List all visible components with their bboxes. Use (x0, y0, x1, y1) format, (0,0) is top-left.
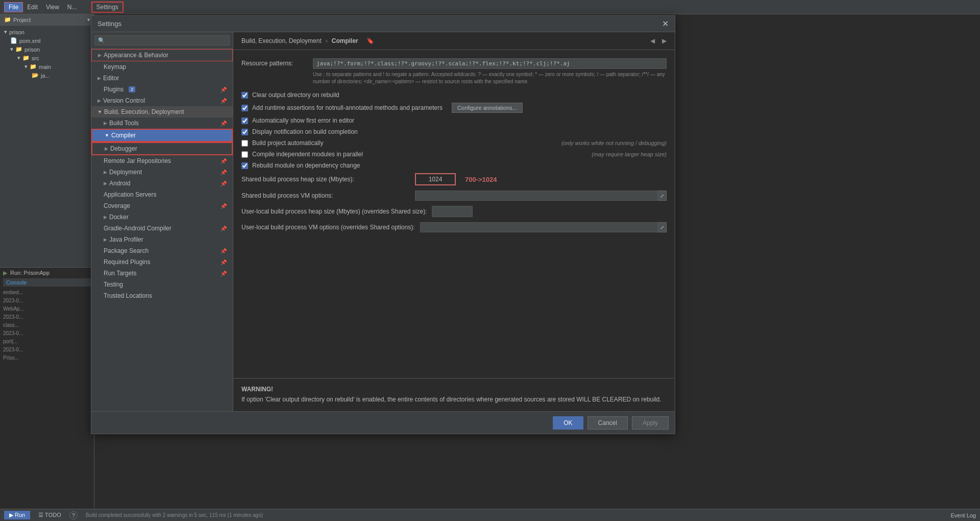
warning-box: WARNING! If option 'Clear output directo… (233, 378, 675, 411)
cancel-button[interactable]: Cancel (587, 416, 628, 430)
nav-back-btn[interactable]: ◀ (650, 37, 655, 44)
tree-src[interactable]: ▾ 📁 src (0, 54, 94, 62)
run-panel-header: ▶ Run: PrisonApp (3, 270, 91, 276)
content-header: Build, Execution, Deployment › Compiler … (233, 32, 675, 50)
console-tab[interactable]: Console (6, 279, 27, 286)
nav-java-profiler[interactable]: ▶ Java Profiler (91, 234, 233, 245)
breadcrumb-current: Compiler (332, 37, 358, 44)
checkbox-display-notif: Display notification on build completion (241, 128, 667, 135)
project-chevron[interactable]: ▾ (87, 17, 90, 22)
event-log-button[interactable]: Event Log (950, 512, 976, 518)
status-bar: ▶ Run ☰ TODO ? Build completed successfu… (0, 509, 980, 521)
nav-label-bt: Build Tools (109, 120, 139, 127)
user-heap-input[interactable] (432, 206, 473, 217)
configure-annotations-btn[interactable]: Configure annotations... (452, 103, 523, 113)
ok-button[interactable]: OK (553, 416, 583, 430)
apply-button[interactable]: Apply (632, 416, 669, 430)
nav-android[interactable]: ▶ Android 📌 (91, 178, 233, 189)
nav-expand-compiler: ▼ (105, 133, 109, 138)
tree-java[interactable]: 📂 ja... (0, 71, 94, 80)
auto-show-label: Automatically show first error in editor (252, 117, 354, 124)
nav-keymap[interactable]: Keymap (91, 61, 233, 73)
menu-file[interactable]: File (4, 2, 23, 12)
nav-expand-jp: ▶ (104, 237, 107, 242)
nav-debugger[interactable]: ▶ Debugger (91, 142, 233, 155)
compile-parallel-label: Compile independent modules in parallel (252, 151, 363, 158)
nav-run-targets[interactable]: Run Targets 📌 (91, 268, 233, 279)
nav-gradle-android[interactable]: Gradle-Android Compiler 📌 (91, 223, 233, 234)
compile-parallel-checkbox[interactable] (241, 151, 248, 158)
display-notif-checkbox[interactable] (241, 129, 248, 135)
run-output: embed... 2023-0... WebAp... 2023-0... cl… (3, 289, 91, 362)
run-line-5: class... (3, 321, 91, 329)
nav-label-plugins: Plugins (97, 86, 124, 93)
nav-deployment[interactable]: ▶ Deployment 📌 (91, 167, 233, 178)
add-runtime-checkbox[interactable] (241, 105, 248, 111)
tree-pomxml[interactable]: 📄 pom.xml (0, 36, 94, 45)
nav-editor[interactable]: ▶ Editor (91, 73, 233, 84)
menu-more[interactable]: N... (63, 3, 81, 12)
nav-forward-btn[interactable]: ▶ (662, 37, 667, 44)
nav-expand-appearance: ▶ (98, 53, 102, 58)
help-button[interactable]: ? (69, 511, 78, 519)
run-button[interactable]: ▶ Run (4, 511, 30, 519)
nav-pin-bt: 📌 (220, 121, 227, 126)
checkbox-clear-output: Clear output directory on rebuild (241, 91, 667, 99)
nav-app-servers[interactable]: Application Servers (91, 189, 233, 200)
nav-package-search[interactable]: Package Search 📌 (91, 245, 233, 256)
dialog-close-button[interactable]: ✕ (662, 19, 669, 29)
nav-docker[interactable]: ▶ Docker (91, 211, 233, 223)
project-panel-header: 📁 Project ▾ (0, 14, 94, 26)
nav-remote-jar[interactable]: Remote Jar Repositories 📌 (91, 155, 233, 167)
settings-search-input[interactable] (94, 35, 230, 45)
shared-vm-input-wrapper: ⤢ (415, 191, 667, 201)
checkbox-compile-parallel-row: Compile independent modules in parallel … (241, 151, 667, 158)
settings-nav: ▶ Appearance & Behavior Keymap ▶ Editor … (91, 32, 233, 411)
project-tree: ▾ prison 📄 pom.xml ▾ 📁 prison ▾ 📁 src ▾ … (0, 26, 94, 267)
folder-icon: 📁 (15, 46, 22, 53)
nav-build-tools[interactable]: ▶ Build Tools 📌 (91, 117, 233, 129)
main-icon: 📁 (30, 63, 37, 70)
tree-prison[interactable]: ▾ 📁 prison (0, 45, 94, 54)
nav-build-exec[interactable]: ▼ Build, Execution, Deployment (91, 106, 233, 117)
nav-trusted-locations[interactable]: Trusted Locations (91, 290, 233, 301)
shared-vm-expand-btn[interactable]: ⤢ (658, 191, 667, 201)
shared-heap-row: Shared build process heap size (Mbytes):… (241, 173, 667, 185)
nav-label-rt: Run Targets (104, 270, 136, 277)
nav-testing[interactable]: Testing (91, 279, 233, 290)
nav-required-plugins[interactable]: Required Plugins 📌 (91, 256, 233, 268)
run-tabs: Console (3, 278, 91, 287)
menu-edit[interactable]: Edit (23, 3, 42, 12)
tree-root[interactable]: ▾ prison (0, 28, 94, 36)
run-line-6: 2023-0... (3, 329, 91, 338)
shared-vm-input[interactable] (415, 191, 658, 201)
tree-main[interactable]: ▾ 📁 main (0, 62, 94, 71)
nav-label-editor: Editor (103, 75, 119, 82)
user-vm-input[interactable] (420, 222, 658, 232)
nav-appearance[interactable]: ▶ Appearance & Behavior (91, 49, 233, 61)
src-label: src (32, 55, 39, 61)
project-icon: 📁 (4, 16, 11, 23)
nav-version-control[interactable]: ▶ Version Control 📌 (91, 95, 233, 106)
auto-show-checkbox[interactable] (241, 117, 248, 124)
shared-vm-label: Shared build process VM options: (241, 192, 410, 199)
shared-vm-row: Shared build process VM options: ⤢ (241, 191, 667, 201)
shared-heap-input[interactable] (415, 173, 456, 185)
build-auto-checkbox[interactable] (241, 140, 248, 147)
shared-heap-label: Shared build process heap size (Mbytes): (241, 176, 410, 183)
rebuild-module-checkbox[interactable] (241, 162, 248, 169)
user-vm-input-wrapper: ⤢ (420, 222, 667, 232)
run-line-7: port(... (3, 338, 91, 346)
resource-patterns-input[interactable] (313, 58, 667, 69)
todo-button[interactable]: ☰ TODO (38, 512, 61, 518)
run-line-3: WebAp... (3, 305, 91, 313)
project-label: Project (13, 17, 31, 23)
run-line-9: Priso... (3, 354, 91, 362)
nav-coverage[interactable]: Coverage 📌 (91, 200, 233, 211)
menu-view[interactable]: View (42, 3, 63, 12)
nav-plugins[interactable]: Plugins 2 📌 (91, 84, 233, 95)
user-vm-expand-btn[interactable]: ⤢ (658, 222, 667, 232)
nav-expand-android: ▶ (104, 181, 107, 186)
clear-output-checkbox[interactable] (241, 92, 248, 99)
nav-compiler[interactable]: ▼ Compiler (91, 129, 233, 142)
